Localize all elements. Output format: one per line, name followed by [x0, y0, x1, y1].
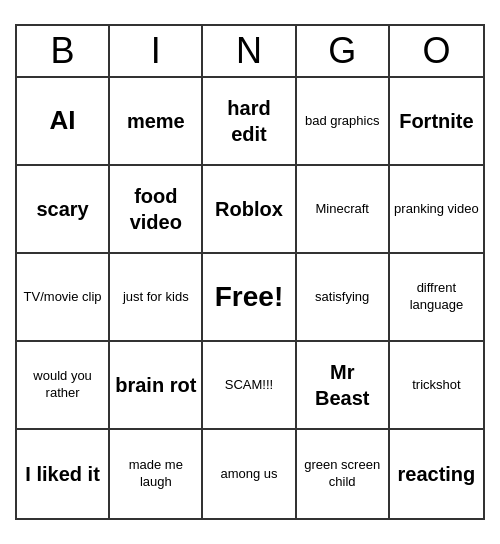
- bingo-cell: trickshot: [390, 342, 483, 430]
- header-letter: N: [203, 26, 296, 76]
- bingo-cell: bad graphics: [297, 78, 390, 166]
- header-letter: I: [110, 26, 203, 76]
- bingo-cell: hard edit: [203, 78, 296, 166]
- bingo-cell: made me laugh: [110, 430, 203, 518]
- bingo-cell: scary: [17, 166, 110, 254]
- bingo-cell: Minecraft: [297, 166, 390, 254]
- bingo-header: BINGO: [15, 24, 485, 76]
- bingo-cell: among us: [203, 430, 296, 518]
- bingo-cell: I liked it: [17, 430, 110, 518]
- bingo-cell: SCAM!!!: [203, 342, 296, 430]
- bingo-cell: meme: [110, 78, 203, 166]
- bingo-cell: reacting: [390, 430, 483, 518]
- bingo-cell: AI: [17, 78, 110, 166]
- bingo-grid: AImemehard editbad graphicsFortnitescary…: [15, 76, 485, 520]
- bingo-cell: green screen child: [297, 430, 390, 518]
- bingo-cell: pranking video: [390, 166, 483, 254]
- bingo-cell: would you rather: [17, 342, 110, 430]
- bingo-cell: TV/movie clip: [17, 254, 110, 342]
- header-letter: O: [390, 26, 483, 76]
- header-letter: G: [297, 26, 390, 76]
- bingo-cell: food video: [110, 166, 203, 254]
- bingo-cell: Roblox: [203, 166, 296, 254]
- bingo-card: BINGO AImemehard editbad graphicsFortnit…: [15, 24, 485, 520]
- bingo-cell: satisfying: [297, 254, 390, 342]
- bingo-cell: brain rot: [110, 342, 203, 430]
- bingo-cell: Free!: [203, 254, 296, 342]
- bingo-cell: diffrent language: [390, 254, 483, 342]
- bingo-cell: Fortnite: [390, 78, 483, 166]
- header-letter: B: [17, 26, 110, 76]
- bingo-cell: Mr Beast: [297, 342, 390, 430]
- bingo-cell: just for kids: [110, 254, 203, 342]
